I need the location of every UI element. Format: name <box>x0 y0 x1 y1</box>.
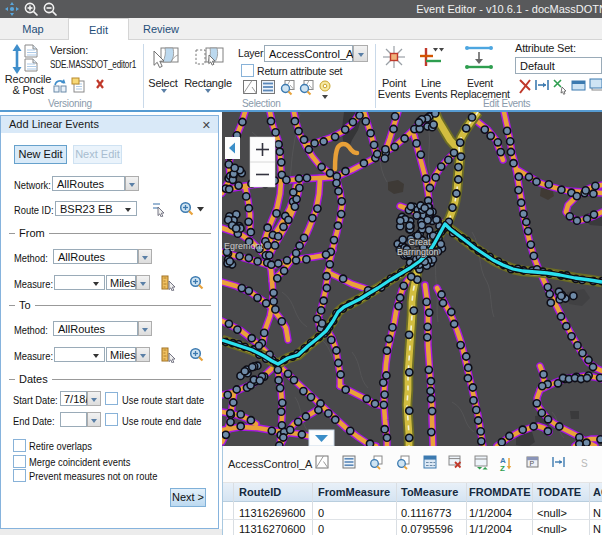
svg-text:S: S <box>581 458 588 469</box>
svg-text:P: P <box>529 460 534 467</box>
svg-text:Z: Z <box>500 464 505 473</box>
svg-text:Great: Great <box>408 237 431 247</box>
svg-text:Egremont: Egremont <box>224 241 264 251</box>
svg-text:Barrington: Barrington <box>397 247 439 257</box>
